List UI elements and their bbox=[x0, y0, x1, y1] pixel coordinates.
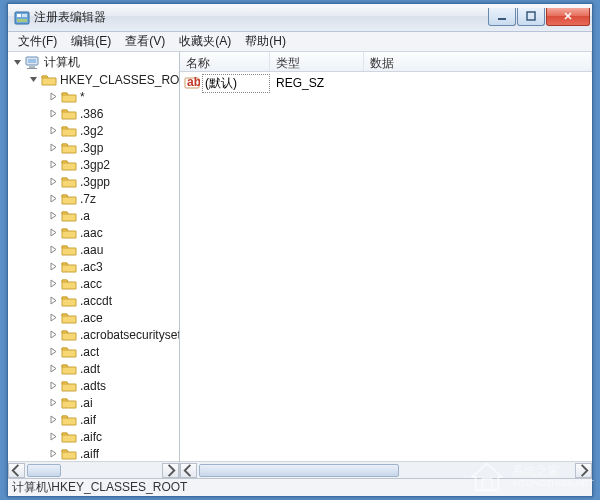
expand-toggle-icon[interactable] bbox=[48, 397, 59, 408]
scroll-right-arrow-icon[interactable] bbox=[575, 463, 592, 478]
list-body[interactable]: ab (默认) REG_SZ bbox=[180, 72, 592, 461]
tree-node[interactable]: HKEY_CLASSES_ROOT bbox=[10, 71, 179, 88]
tree-node[interactable]: .acrobatsecurityset bbox=[10, 326, 179, 343]
minimize-button[interactable] bbox=[488, 8, 516, 26]
tree-label: .accdt bbox=[80, 294, 112, 308]
tree-node[interactable]: * bbox=[10, 88, 179, 105]
folder-icon bbox=[61, 124, 77, 138]
tree-node[interactable]: .3gp bbox=[10, 139, 179, 156]
folder-icon bbox=[61, 447, 77, 461]
expand-toggle-icon[interactable] bbox=[48, 414, 59, 425]
tree-label: 计算机 bbox=[44, 54, 80, 71]
tree-node[interactable]: .adt bbox=[10, 360, 179, 377]
expand-toggle-icon[interactable] bbox=[48, 125, 59, 136]
window-title: 注册表编辑器 bbox=[34, 9, 487, 26]
tree-label: .a bbox=[80, 209, 90, 223]
expand-toggle-icon[interactable] bbox=[48, 431, 59, 442]
folder-icon bbox=[61, 209, 77, 223]
expand-toggle-icon[interactable] bbox=[48, 210, 59, 221]
titlebar[interactable]: 注册表编辑器 bbox=[8, 4, 592, 32]
scroll-left-arrow-icon[interactable] bbox=[8, 463, 25, 478]
tree-pane: 计算机HKEY_CLASSES_ROOT*.386.3g2.3gp.3gp2.3… bbox=[8, 52, 180, 478]
scroll-right-arrow-icon[interactable] bbox=[162, 463, 179, 478]
column-name[interactable]: 名称 bbox=[180, 52, 270, 71]
expand-toggle-icon[interactable] bbox=[28, 74, 39, 85]
menu-file[interactable]: 文件(F) bbox=[12, 31, 63, 52]
expand-toggle-icon[interactable] bbox=[48, 295, 59, 306]
scroll-track[interactable] bbox=[197, 463, 575, 478]
close-button[interactable] bbox=[546, 8, 590, 26]
expand-toggle-icon[interactable] bbox=[48, 278, 59, 289]
statusbar: 计算机\HKEY_CLASSES_ROOT bbox=[8, 478, 592, 496]
tree-node[interactable]: .ace bbox=[10, 309, 179, 326]
tree-node[interactable]: .aifc bbox=[10, 428, 179, 445]
tree-node[interactable]: .aau bbox=[10, 241, 179, 258]
tree-node[interactable]: .ac3 bbox=[10, 258, 179, 275]
svg-rect-2 bbox=[22, 14, 27, 17]
tree-label: .aifc bbox=[80, 430, 102, 444]
tree-label: .7z bbox=[80, 192, 96, 206]
expand-toggle-icon[interactable] bbox=[48, 159, 59, 170]
tree-node[interactable]: .3gp2 bbox=[10, 156, 179, 173]
tree-node[interactable]: .acc bbox=[10, 275, 179, 292]
expand-toggle-icon[interactable] bbox=[48, 142, 59, 153]
tree-node[interactable]: 计算机 bbox=[10, 54, 179, 71]
menu-edit[interactable]: 编辑(E) bbox=[65, 31, 117, 52]
scroll-track[interactable] bbox=[25, 463, 162, 478]
tree-node[interactable]: .386 bbox=[10, 105, 179, 122]
expand-toggle-icon[interactable] bbox=[48, 244, 59, 255]
list-item[interactable]: ab (默认) REG_SZ bbox=[184, 74, 588, 92]
folder-icon bbox=[61, 243, 77, 257]
list-horizontal-scrollbar[interactable] bbox=[180, 461, 592, 478]
folder-icon bbox=[61, 311, 77, 325]
expand-toggle-icon[interactable] bbox=[48, 448, 59, 459]
expand-toggle-icon[interactable] bbox=[48, 363, 59, 374]
expand-toggle-icon[interactable] bbox=[48, 380, 59, 391]
column-type[interactable]: 类型 bbox=[270, 52, 364, 71]
tree-node[interactable]: .act bbox=[10, 343, 179, 360]
tree-node[interactable]: .aif bbox=[10, 411, 179, 428]
svg-rect-7 bbox=[28, 59, 36, 63]
tree-node[interactable]: .3g2 bbox=[10, 122, 179, 139]
expand-toggle-icon[interactable] bbox=[48, 261, 59, 272]
expand-toggle-icon[interactable] bbox=[48, 329, 59, 340]
tree-label: .aiff bbox=[80, 447, 99, 461]
scroll-thumb[interactable] bbox=[27, 464, 61, 477]
tree-node[interactable]: .ai bbox=[10, 394, 179, 411]
folder-icon bbox=[61, 379, 77, 393]
expand-toggle-icon[interactable] bbox=[48, 176, 59, 187]
tree-node[interactable]: .aac bbox=[10, 224, 179, 241]
expand-toggle-icon[interactable] bbox=[48, 227, 59, 238]
tree-node[interactable]: .3gpp bbox=[10, 173, 179, 190]
expand-toggle-icon[interactable] bbox=[12, 57, 23, 68]
tree-view[interactable]: 计算机HKEY_CLASSES_ROOT*.386.3g2.3gp.3gp2.3… bbox=[8, 52, 179, 461]
expand-toggle-icon[interactable] bbox=[48, 346, 59, 357]
svg-rect-9 bbox=[27, 68, 37, 69]
expand-toggle-icon[interactable] bbox=[48, 108, 59, 119]
expand-toggle-icon[interactable] bbox=[48, 91, 59, 102]
tree-label: .ace bbox=[80, 311, 103, 325]
tree-node[interactable]: .a bbox=[10, 207, 179, 224]
tree-horizontal-scrollbar[interactable] bbox=[8, 461, 179, 478]
menu-help[interactable]: 帮助(H) bbox=[239, 31, 292, 52]
menu-favorites[interactable]: 收藏夹(A) bbox=[173, 31, 237, 52]
svg-rect-4 bbox=[498, 18, 506, 20]
tree-node[interactable]: .adts bbox=[10, 377, 179, 394]
tree-label: .adt bbox=[80, 362, 100, 376]
tree-label: .3gpp bbox=[80, 175, 110, 189]
folder-icon bbox=[61, 226, 77, 240]
expand-toggle-icon[interactable] bbox=[48, 312, 59, 323]
folder-icon bbox=[61, 362, 77, 376]
folder-icon bbox=[61, 413, 77, 427]
menu-view[interactable]: 查看(V) bbox=[119, 31, 171, 52]
scroll-thumb[interactable] bbox=[199, 464, 399, 477]
expand-toggle-icon[interactable] bbox=[48, 193, 59, 204]
svg-rect-1 bbox=[17, 14, 21, 17]
status-path: 计算机\HKEY_CLASSES_ROOT bbox=[12, 479, 187, 496]
column-data[interactable]: 数据 bbox=[364, 52, 592, 71]
scroll-left-arrow-icon[interactable] bbox=[180, 463, 197, 478]
tree-node[interactable]: .7z bbox=[10, 190, 179, 207]
tree-node[interactable]: .aiff bbox=[10, 445, 179, 461]
maximize-button[interactable] bbox=[517, 8, 545, 26]
tree-node[interactable]: .accdt bbox=[10, 292, 179, 309]
